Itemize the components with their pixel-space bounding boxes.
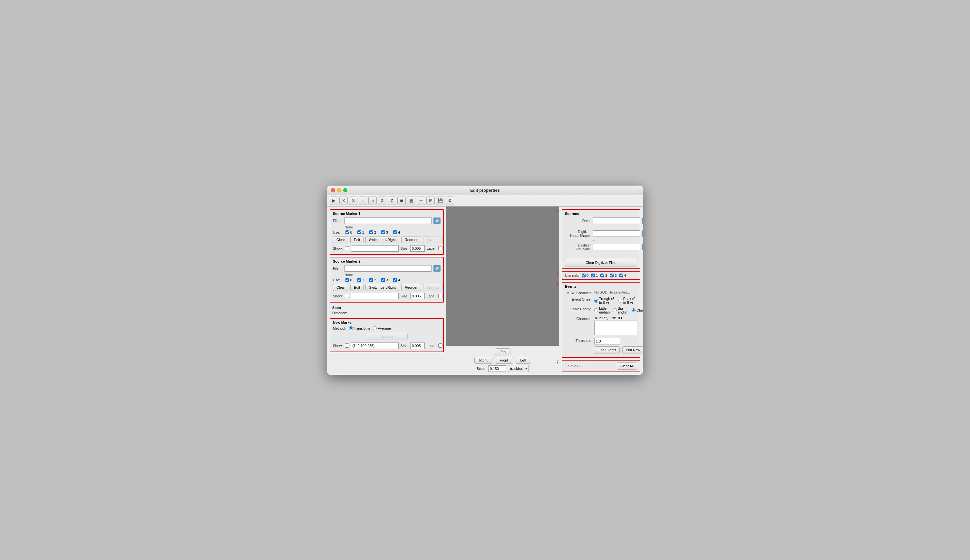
sm2-size-input[interactable] xyxy=(410,293,425,299)
save-fiff-btn[interactable]: Save FIFF... xyxy=(565,362,614,370)
sm2-check-2[interactable]: 2 xyxy=(369,278,376,282)
sm1-check-1[interactable]: 1 xyxy=(357,230,364,234)
sm2-check-3[interactable]: 3 xyxy=(381,278,388,282)
sources-head-shape-folder-btn[interactable]: 📁 xyxy=(642,230,643,237)
source-marker-1-title: Source Marker 1 xyxy=(333,212,440,215)
sm1-check-3[interactable]: 3 xyxy=(381,230,388,234)
scale-input[interactable] xyxy=(488,365,506,372)
toolbar-play-btn[interactable]: ▶ xyxy=(330,197,338,205)
new-marker-label-text: Label: xyxy=(427,344,436,348)
sources-fiducials-row: DigitizerFiducials: 📁 xyxy=(565,243,637,251)
center-panel: Top Right Front Left Scale: trackball fl… xyxy=(446,207,559,375)
new-marker-average-radio[interactable]: Average xyxy=(373,327,391,330)
new-marker-save-as-btn[interactable]: Save as xyxy=(366,333,408,340)
sm1-show-input[interactable] xyxy=(351,245,398,252)
toolbar-z1-btn[interactable]: Z xyxy=(378,197,387,205)
events-btns-row: Find Events Plot Raw xyxy=(594,347,637,353)
sm1-edit-btn[interactable]: Edit xyxy=(350,236,363,243)
events-channels-label: Channels: xyxy=(565,316,592,321)
sm2-reorder-btn[interactable]: Reorder xyxy=(401,284,421,291)
events-trough-radio[interactable]: Trough (5 to 0 v) xyxy=(594,297,615,305)
clear-all-btn[interactable]: Clear All xyxy=(617,362,637,370)
sm2-file-input[interactable] xyxy=(345,265,432,272)
new-marker-label-check[interactable] xyxy=(438,343,442,348)
use-mrk-check-4[interactable]: 4 xyxy=(619,273,626,277)
events-onset-row: Event Onset: Trough (5 to 0 v) Peak (0 t… xyxy=(565,297,637,305)
left-panel: 1 Source Marker 1 File: 📁 None Use: 0 xyxy=(327,207,446,375)
sm1-show-check[interactable] xyxy=(345,246,349,250)
toolbar-filter3-btn[interactable]: ⊿ xyxy=(359,197,367,205)
sm1-switch-btn[interactable]: Switch Left/Right xyxy=(365,236,399,243)
sm1-check-0[interactable]: 0 xyxy=(345,230,352,234)
save-fiff-box: Save FIFF... Clear All xyxy=(562,360,640,372)
sources-wrapper: 4 Sources Data: 📁 - DigitizerHead Shape:… xyxy=(562,209,640,269)
sources-fiducials-folder-btn[interactable]: 📁 xyxy=(642,244,643,250)
sources-fiducials-input[interactable] xyxy=(593,244,640,250)
sm2-label-check[interactable] xyxy=(438,294,442,298)
events-peak-radio[interactable]: Peak (0 to 5 v) xyxy=(618,297,637,305)
use-mrk-check-2[interactable]: 2 xyxy=(600,273,607,277)
front-view-btn[interactable]: Front xyxy=(495,357,513,364)
toolbar-grid-btn[interactable]: ▦ xyxy=(407,197,415,205)
sm2-check-0[interactable]: 0 xyxy=(345,278,352,282)
toolbar-filter4-btn[interactable]: ⊿ xyxy=(368,197,377,205)
sm1-btn-row: Clear Edit Switch Left/Right Reorder Sav… xyxy=(333,236,440,243)
sources-data-input[interactable] xyxy=(593,217,640,224)
sm1-check-4[interactable]: 4 xyxy=(393,230,400,234)
new-marker-show-check[interactable] xyxy=(345,343,349,348)
toolbar-asterisk-btn[interactable]: ✳ xyxy=(417,197,425,205)
sm2-show-check[interactable] xyxy=(345,294,349,298)
toolbar-box-btn[interactable]: ⊞ xyxy=(427,197,435,205)
top-view-btn[interactable]: Top xyxy=(495,348,510,355)
new-marker-transform-radio[interactable]: Transform xyxy=(349,327,370,330)
maximize-button[interactable] xyxy=(343,188,347,192)
sm1-reorder-btn[interactable]: Reorder xyxy=(401,236,421,243)
nav-mode-select[interactable]: trackball fly xyxy=(508,365,529,372)
plot-raw-btn[interactable]: Plot Raw xyxy=(622,347,643,353)
sm2-switch-btn[interactable]: Switch Left/Right xyxy=(365,284,399,291)
events-big-endian-radio[interactable]: Big-endian xyxy=(613,307,628,314)
toolbar-z2-btn[interactable]: Z xyxy=(388,197,396,205)
events-little-endian-radio[interactable]: Little-endian xyxy=(594,307,610,314)
sm2-save-as-btn[interactable]: Save as xyxy=(423,284,443,291)
toolbar-settings-btn[interactable]: ⚙ xyxy=(446,197,454,205)
sm2-check-4[interactable]: 4 xyxy=(393,278,400,282)
sm2-folder-btn[interactable]: 📁 xyxy=(433,265,440,272)
close-button[interactable] xyxy=(331,188,335,192)
new-marker-size-input[interactable] xyxy=(410,343,425,349)
events-channels-textarea[interactable] xyxy=(594,321,637,335)
toolbar-save-btn[interactable]: 💾 xyxy=(436,197,444,205)
sm1-check-2[interactable]: 2 xyxy=(369,230,376,234)
sm1-size-input[interactable] xyxy=(410,245,425,252)
clear-digitizer-btn[interactable]: Clear Digitizer Files xyxy=(565,259,637,267)
toolbar: ▶ ✕ ✕ ⊿ ⊿ Z Z ◼ ▦ ✳ ⊞ 💾 ⚙ xyxy=(327,195,643,207)
sm1-save-as-btn[interactable]: Save as xyxy=(423,236,443,243)
sm1-folder-btn[interactable]: 📁 xyxy=(433,217,440,224)
sm2-show-input[interactable] xyxy=(351,293,398,299)
toolbar-filter1-btn[interactable]: ✕ xyxy=(339,197,348,205)
find-events-btn[interactable]: Find Events xyxy=(594,347,620,353)
sm1-file-input[interactable] xyxy=(345,217,432,224)
events-box: Events MISC Channels: No SQD file select… xyxy=(562,282,640,358)
sm2-clear-btn[interactable]: Clear xyxy=(333,284,348,291)
toolbar-filter2-btn[interactable]: ✕ xyxy=(349,197,357,205)
sm1-label-check[interactable] xyxy=(438,246,442,250)
use-mrk-check-1[interactable]: 1 xyxy=(591,273,598,277)
section-number-6: 6 xyxy=(557,282,559,287)
minimize-button[interactable] xyxy=(337,188,341,192)
source-marker-1-wrapper: 1 Source Marker 1 File: 📁 None Use: 0 xyxy=(330,209,444,255)
right-view-btn[interactable]: Right xyxy=(474,357,492,364)
sm2-check-1[interactable]: 1 xyxy=(357,278,364,282)
sources-data-folder-btn[interactable]: 📁 xyxy=(642,217,643,224)
events-threshold-input[interactable] xyxy=(594,338,620,345)
use-mrk-check-3[interactable]: 3 xyxy=(610,273,617,277)
sm2-edit-btn[interactable]: Edit xyxy=(350,284,363,291)
sm1-clear-btn[interactable]: Clear xyxy=(333,236,348,243)
use-mrk-check-0[interactable]: 0 xyxy=(582,273,588,277)
left-view-btn[interactable]: Left xyxy=(516,357,531,364)
sources-head-shape-row: DigitizerHead Shape: 📁 xyxy=(565,230,637,237)
events-channel-radio[interactable]: Channel# xyxy=(632,308,643,312)
toolbar-cube-btn[interactable]: ◼ xyxy=(397,197,406,205)
sources-head-shape-input[interactable] xyxy=(593,230,640,237)
new-marker-show-input[interactable] xyxy=(351,343,398,349)
